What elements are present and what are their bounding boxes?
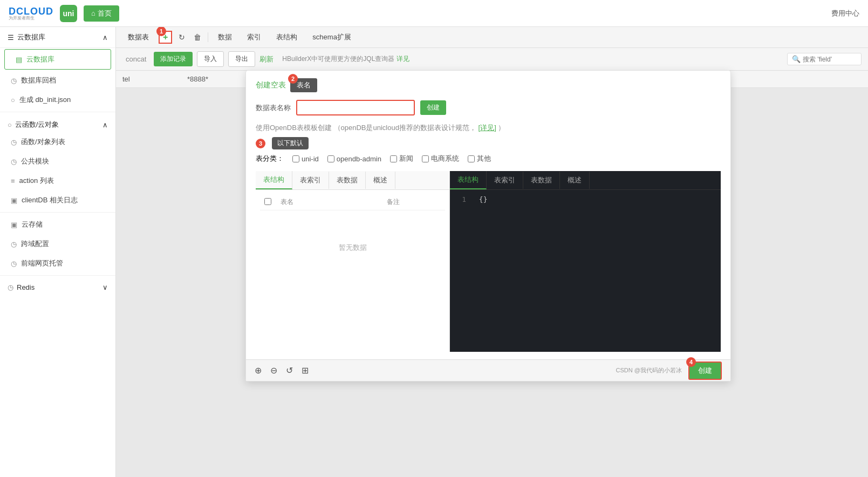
bottom-icons: ⊕ ⊖ ↺ ⊞: [255, 365, 309, 376]
sidebar-item-cloud-db[interactable]: ▤ 云数据库: [4, 49, 111, 70]
modal-title: 创建空表: [256, 80, 286, 90]
left-tab-overview[interactable]: 概述: [366, 172, 395, 189]
step2-badge: 2: [288, 74, 298, 84]
archive-icon: ◷: [11, 77, 17, 85]
table-name-input[interactable]: [296, 100, 415, 115]
chevron-up-icon: ∧: [102, 33, 108, 42]
right-tab-data[interactable]: 表数据: [523, 172, 560, 189]
checkbox-other[interactable]: [468, 155, 475, 162]
tab-index[interactable]: 索引: [242, 30, 266, 44]
toolbar-divider: [208, 32, 208, 42]
opendb-link[interactable]: [详见]: [479, 124, 496, 132]
add-record-button[interactable]: 添加记录: [154, 52, 193, 66]
zoom-out-icon[interactable]: ⊖: [270, 365, 277, 376]
log-icon: ▣: [11, 196, 17, 205]
search-icon: 🔍: [792, 55, 801, 63]
export-button[interactable]: 导出: [228, 51, 255, 67]
left-panel-body: 表名 备注 暂无数据: [256, 190, 449, 289]
zoom-in-icon[interactable]: ⊕: [255, 365, 262, 376]
toolbar: 数据表 1 + 创建云数据库 ↻ 🗑 数据 索引 表结构 schema扩展: [116, 27, 868, 48]
code-area: 1 {}: [450, 190, 721, 352]
rotate-icon[interactable]: ↺: [286, 365, 293, 376]
category-row: 表分类： uni-id opendb-admin 新闻: [256, 154, 721, 163]
sidebar-item-action-list[interactable]: ≡ action 列表: [0, 171, 115, 190]
tip-link[interactable]: 详见: [397, 55, 409, 63]
func-icon: ○: [8, 121, 12, 129]
sidebar-item-cloud-storage[interactable]: ▣ 云存储: [0, 215, 115, 234]
modal-body: 数据表名称 创建 使用OpenDB表模板创建 （openDB是unicloud推…: [246, 92, 730, 359]
frontend-icon: ◷: [11, 260, 17, 268]
action-bar: concat 添加记录 导入 导出 刷新 HBuilderX中可使用更方便的JQ…: [116, 48, 868, 71]
refresh-button[interactable]: 刷新: [259, 54, 274, 64]
checkbox-opendb-admin[interactable]: [327, 155, 334, 162]
category-ecommerce[interactable]: 电商系统: [422, 154, 459, 163]
sidebar: ☰ 云数据库 ∧ ▤ 云数据库 ◷ 数据库回档 ○ 生成 db_init.jso…: [0, 27, 116, 477]
delete-table-button[interactable]: 🗑: [192, 32, 203, 43]
sidebar-item-clientdb-log[interactable]: ▣ clientDB 相关日志: [0, 190, 115, 210]
action-icon: ≡: [11, 177, 15, 185]
add-table-area: 1 + 创建云数据库: [159, 31, 172, 44]
gen-icon: ○: [11, 96, 15, 104]
right-tab-overview[interactable]: 概述: [560, 172, 590, 189]
menu-icon: ☰: [8, 33, 14, 42]
fullscreen-icon[interactable]: ⊞: [302, 365, 309, 376]
redis-icon: ◷: [8, 283, 13, 291]
sidebar-section-cloud-db[interactable]: ☰ 云数据库 ∧: [0, 27, 115, 48]
right-panel: 表结构 表索引 表数据 概述 1 {}: [450, 171, 721, 352]
sidebar-item-db-archive[interactable]: ◷ 数据库回档: [0, 71, 115, 90]
checkbox-uni-id[interactable]: [292, 155, 299, 162]
right-tab-structure[interactable]: 表结构: [450, 171, 487, 189]
user-menu[interactable]: 费用中心: [831, 9, 859, 18]
bottom-bar: ⊕ ⊖ ↺ ⊞ CSDN @我代码的小若冰 4 创建: [246, 359, 730, 381]
right-tab-index[interactable]: 表索引: [487, 172, 523, 189]
func-list-icon: ◷: [11, 138, 17, 146]
sidebar-section-redis[interactable]: ◷ Redis ∨: [0, 278, 115, 294]
form-row: 数据表名称 创建: [256, 100, 721, 115]
storage-icon: ▣: [11, 221, 17, 229]
sidebar-item-gen-db-init[interactable]: ○ 生成 db_init.json: [0, 90, 115, 110]
module-icon: ◷: [11, 158, 17, 166]
form-label: 数据表名称: [256, 103, 291, 113]
main-layout: ☰ 云数据库 ∧ ▤ 云数据库 ◷ 数据库回档 ○ 生成 db_init.jso…: [0, 27, 868, 477]
sidebar-item-func-list[interactable]: ◷ 函数/对象列表: [0, 132, 115, 152]
cross-icon: ◷: [11, 240, 17, 248]
opendb-section: 使用OpenDB表模板创建 （openDB是unicloud推荐的数据表设计规范…: [256, 123, 721, 163]
create-button[interactable]: 创建: [420, 100, 446, 115]
uni-icon: uni: [60, 5, 77, 22]
select-all-checkbox[interactable]: [264, 198, 271, 205]
sidebar-item-public-module[interactable]: ◷ 公共模块: [0, 152, 115, 171]
tab-schema-ext[interactable]: schema扩展: [307, 30, 357, 44]
sidebar-item-frontend-host[interactable]: ◷ 前端网页托管: [0, 254, 115, 273]
category-label: 表分类：: [256, 154, 284, 163]
left-panel: 表结构 表索引 表数据 概述 表名 备注: [256, 171, 450, 352]
tab-data[interactable]: 数据: [213, 30, 237, 44]
search-input[interactable]: [803, 56, 857, 63]
checkbox-ecommerce[interactable]: [422, 155, 429, 162]
tab-name-area: 2 表名: [290, 78, 317, 92]
tab-schema[interactable]: 表结构: [271, 30, 303, 44]
tab-datatable[interactable]: 数据表: [122, 30, 154, 44]
col-name-header: 表名: [281, 197, 387, 207]
refresh-table-button[interactable]: ↻: [176, 32, 187, 43]
category-news[interactable]: 新闻: [390, 154, 413, 163]
category-other[interactable]: 其他: [468, 154, 491, 163]
sidebar-item-cross-domain[interactable]: ◷ 跨域配置: [0, 234, 115, 254]
logo: DCLOUD 为开发者而生: [9, 6, 53, 21]
bottom-right: CSDN @我代码的小若冰 4 创建: [616, 362, 722, 380]
content-area: 数据表 1 + 创建云数据库 ↻ 🗑 数据 索引 表结构 schema扩展 co…: [116, 27, 868, 477]
step3-badge: 3: [256, 139, 265, 148]
checkbox-news[interactable]: [390, 155, 397, 162]
home-button[interactable]: ⌂ 首页: [84, 5, 119, 22]
category-opendb-admin[interactable]: opendb-admin: [327, 155, 381, 163]
left-tab-index[interactable]: 表索引: [292, 172, 329, 189]
table-name-label: concat: [122, 55, 149, 63]
sidebar-section-cloud-func[interactable]: ○ 云函数/云对象 ∧: [0, 114, 115, 132]
left-tab-data[interactable]: 表数据: [329, 172, 366, 189]
category-uni-id[interactable]: uni-id: [292, 155, 319, 163]
table-list-header: 表名 备注: [260, 194, 445, 210]
chevron-down-icon: ∨: [102, 283, 108, 291]
left-tab-structure[interactable]: 表结构: [256, 171, 292, 189]
home-icon: ⌂: [91, 9, 95, 17]
import-button[interactable]: 导入: [197, 51, 224, 67]
watermark: CSDN @我代码的小若冰: [616, 366, 682, 374]
